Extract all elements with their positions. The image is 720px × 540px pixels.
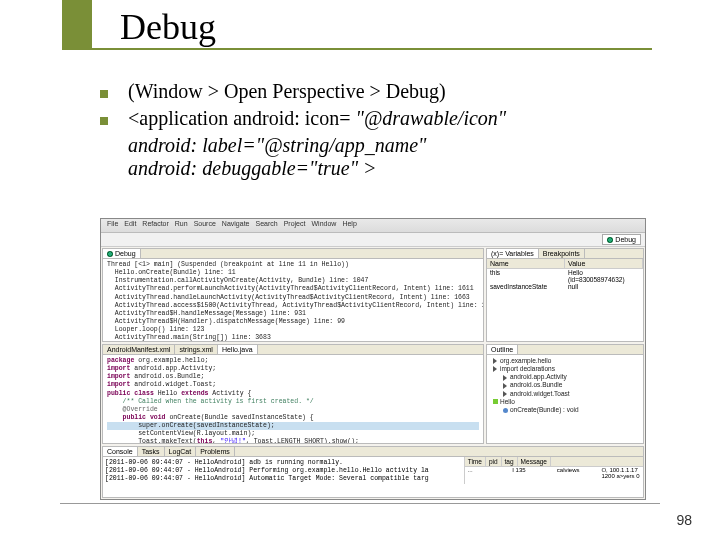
logcat-pid: I 135 [509, 467, 554, 479]
bullet-2-prefix: <application android: icon= [128, 107, 356, 129]
logcat-tag: calviews [554, 467, 599, 479]
accent-bar [62, 0, 92, 50]
bullet-2-italic: "@drawable/icon" [356, 107, 507, 129]
editor-tab[interactable]: Hello.java [218, 345, 258, 354]
bug-icon [607, 237, 613, 243]
debug-stack[interactable]: Thread [<1> main] (Suspended (breakpoint… [103, 259, 483, 341]
menu-navigate[interactable]: Navigate [222, 220, 250, 231]
eclipse-ide-screenshot: FileEditRefactorRunSourceNavigateSearchP… [100, 218, 646, 500]
console-output[interactable]: [2011-09-06 09:44:07 - HelloAndroid] adb… [103, 457, 464, 484]
outline-item[interactable]: android.os.Bundle [491, 381, 639, 389]
logcat-header: TimepidtagMessage [465, 457, 643, 467]
variables-col-value: Value [565, 259, 643, 268]
bullet-list: (Window > Open Perspective > Debug) <app… [100, 80, 660, 180]
menu-window[interactable]: Window [311, 220, 336, 231]
logcat-msg: O, 100.1.1.17 1200 a>yers 0 [598, 467, 643, 479]
ide-menu-bar: FileEditRefactorRunSourceNavigateSearchP… [101, 219, 645, 233]
outline-item[interactable]: org.example.hello [491, 357, 639, 365]
tab-outline[interactable]: Outline [487, 345, 518, 354]
logcat-time: ... [465, 467, 510, 479]
bullet-1: (Window > Open Perspective > Debug) [128, 80, 446, 103]
outline-tree[interactable]: org.example.helloimport declarationsandr… [487, 355, 643, 443]
bullet-2: <application android: icon= "@drawable/i… [128, 107, 506, 130]
page-number: 98 [676, 512, 692, 528]
menu-help[interactable]: Help [342, 220, 356, 231]
bullet-2-line3: android: debuggable="true" > [128, 157, 660, 180]
debug-view-panel: Debug Thread [<1> main] (Suspended (brea… [102, 248, 484, 342]
menu-edit[interactable]: Edit [124, 220, 136, 231]
editor-tabs: AndroidManifest.xmlstrings.xmlHello.java [103, 345, 483, 355]
logcat-col: tag [502, 457, 518, 466]
code-editor[interactable]: package org.example.hello;import android… [103, 355, 483, 443]
menu-run[interactable]: Run [175, 220, 188, 231]
title-underline [92, 48, 652, 50]
console-tab[interactable]: Tasks [138, 447, 165, 456]
outline-item[interactable]: Hello [491, 398, 639, 406]
logcat-col: pid [486, 457, 502, 466]
console-tabs: ConsoleTasksLogCatProblems [103, 447, 643, 457]
logcat-col: Message [518, 457, 551, 466]
outline-item[interactable]: android.widget.Toast [491, 390, 639, 398]
footer-rule [60, 503, 660, 504]
console-tab[interactable]: Console [103, 447, 138, 456]
tab-breakpoints[interactable]: Breakpoints [539, 249, 585, 258]
menu-project[interactable]: Project [284, 220, 306, 231]
console-tab[interactable]: LogCat [165, 447, 197, 456]
bug-icon [107, 251, 113, 257]
variables-header: Name Value [487, 259, 643, 269]
console-panel: ConsoleTasksLogCatProblems [2011-09-06 0… [102, 446, 644, 498]
tab-debug[interactable]: Debug [103, 249, 141, 258]
variable-row[interactable]: savedInstanceStatenull [487, 283, 643, 290]
tab-variables[interactable]: (x)= Variables [487, 249, 539, 258]
tab-debug-label: Debug [115, 250, 136, 257]
variables-col-name: Name [487, 259, 565, 268]
menu-file[interactable]: File [107, 220, 118, 231]
outline-item[interactable]: import declarations [491, 365, 639, 373]
console-body: [2011-09-06 09:44:07 - HelloAndroid] adb… [103, 457, 643, 484]
editor-tab[interactable]: strings.xml [175, 345, 217, 354]
bullet-icon [100, 117, 108, 125]
bullet-icon [100, 90, 108, 98]
editor-tab[interactable]: AndroidManifest.xml [103, 345, 175, 354]
menu-refactor[interactable]: Refactor [142, 220, 168, 231]
slide-title: Debug [120, 6, 216, 48]
outline-panel: Outline org.example.helloimport declarat… [486, 344, 644, 444]
editor-panel: AndroidManifest.xmlstrings.xmlHello.java… [102, 344, 484, 444]
menu-search[interactable]: Search [255, 220, 277, 231]
console-tab[interactable]: Problems [196, 447, 235, 456]
outline-item[interactable]: onCreate(Bundle) : void [491, 406, 639, 414]
logcat-table[interactable]: TimepidtagMessage ... I 135 calviews O, … [464, 457, 643, 484]
variables-panel: (x)= Variables Breakpoints Name Value th… [486, 248, 644, 342]
ide-toolbar: Debug [101, 233, 645, 247]
perspective-label: Debug [615, 236, 636, 243]
variables-rows[interactable]: thisHello (id=830058974632)savedInstance… [487, 269, 643, 290]
outline-item[interactable]: android.app.Activity [491, 373, 639, 381]
variable-row[interactable]: thisHello (id=830058974632) [487, 269, 643, 283]
bullet-2-line2: android: label="@string/app_name" [128, 134, 660, 157]
menu-source[interactable]: Source [194, 220, 216, 231]
perspective-button-debug[interactable]: Debug [602, 234, 641, 245]
logcat-col: Time [465, 457, 486, 466]
